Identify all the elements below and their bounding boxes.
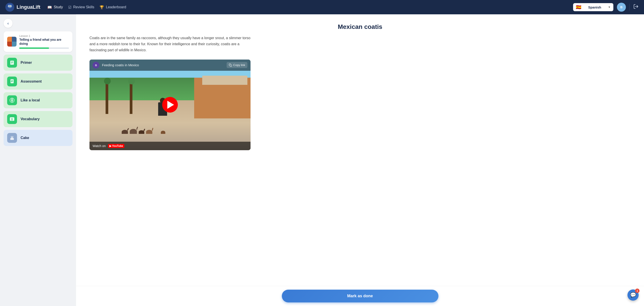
- language-selector[interactable]: 🇪🇸 Spanish ▼: [573, 3, 613, 11]
- nav-review-skills[interactable]: ☑ Review Skills: [68, 5, 94, 10]
- user-avatar[interactable]: B: [617, 3, 626, 12]
- coati-2: [130, 129, 137, 134]
- primer-icon: [7, 58, 17, 68]
- play-triangle-icon: [167, 101, 174, 109]
- channel-icon: n: [92, 62, 99, 69]
- lesson-number: Lesson 1: [19, 35, 69, 38]
- nav-item-primer[interactable]: Primer: [4, 55, 72, 71]
- copy-link-button[interactable]: Copy link: [226, 62, 248, 68]
- check-icon: ☑: [68, 5, 71, 10]
- lesson-card: Lesson 1 Telling a friend what you are d…: [4, 31, 72, 52]
- progress-bar: [19, 48, 69, 49]
- chat-badge: 1: [635, 288, 640, 293]
- chevron-down-icon: ▼: [608, 6, 611, 9]
- thumb-block-3: [7, 42, 12, 47]
- trophy-icon: 🏆: [100, 5, 104, 10]
- lesson-info: Lesson 1 Telling a friend what you are d…: [19, 35, 69, 49]
- thumb-block-1: [7, 37, 12, 42]
- back-button[interactable]: ‹: [4, 19, 12, 28]
- coati-3: [139, 130, 144, 134]
- nav-item-like-a-local[interactable]: Like a local: [4, 92, 72, 108]
- svg-rect-28: [230, 65, 232, 67]
- coati-5: [161, 131, 165, 134]
- progress-bar-fill: [19, 48, 49, 49]
- tree-top-2: [128, 78, 135, 84]
- nav-item-vocabulary[interactable]: 文 Vocabulary: [4, 111, 72, 127]
- like-a-local-icon: [7, 95, 17, 105]
- thumb-block-4: [12, 42, 16, 47]
- vocabulary-label: Vocabulary: [20, 117, 40, 121]
- yt-icon: ▶ YouTube: [108, 144, 124, 148]
- mark-done-button[interactable]: Mark as done: [282, 290, 438, 302]
- vocabulary-icon: 文: [7, 114, 17, 124]
- assessment-icon: [7, 77, 17, 86]
- thumb-block-2: [12, 37, 16, 42]
- video-top-bar: n Feeding coatis in Mexico Copy link: [90, 60, 250, 71]
- language-name: Spanish: [588, 5, 601, 9]
- coati-tail-3: [144, 129, 145, 131]
- tree-top-1: [104, 78, 111, 84]
- svg-rect-21: [11, 137, 13, 138]
- nav-item-cake[interactable]: Cake: [4, 130, 72, 146]
- svg-point-5: [10, 6, 11, 7]
- watch-on-label: Watch on: [92, 144, 106, 148]
- svg-point-1: [8, 5, 12, 8]
- tree-trunk-1: [106, 82, 108, 114]
- logout-button[interactable]: [633, 4, 639, 11]
- play-button[interactable]: [162, 97, 178, 113]
- lesson-thumbnail: [7, 37, 16, 47]
- content-title: Mexican coatis: [90, 23, 630, 31]
- avatar-initials: B: [620, 5, 622, 9]
- like-a-local-label: Like a local: [20, 98, 40, 102]
- video-title: Feeding coatis in Mexico: [102, 63, 139, 67]
- svg-point-4: [9, 6, 10, 7]
- cake-icon: [7, 133, 17, 143]
- coati-4: [146, 130, 152, 134]
- main-layout: ‹ Lesson 1 Telling a friend what you are…: [0, 14, 644, 306]
- coati-1: [122, 130, 128, 134]
- nav-right: 🇪🇸 Spanish ▼ B: [573, 3, 639, 12]
- svg-rect-9: [10, 61, 14, 65]
- nav-divider: [630, 4, 630, 11]
- logo-text: LinguaLift: [16, 4, 40, 10]
- building-roof: [202, 76, 248, 85]
- video-background: n Feeding coatis in Mexico Copy link Wat…: [90, 60, 250, 150]
- svg-text:文: 文: [11, 118, 13, 121]
- video-container[interactable]: n Feeding coatis in Mexico Copy link Wat…: [90, 60, 250, 150]
- navbar: LinguaLift 📖 Study ☑ Review Skills 🏆 Lea…: [0, 0, 644, 14]
- nav-leaderboard[interactable]: 🏆 Leaderboard: [100, 5, 126, 10]
- nav-study[interactable]: 📖 Study: [48, 5, 63, 10]
- primer-label: Primer: [20, 61, 32, 65]
- chat-icon: 💬: [630, 292, 636, 298]
- language-flag: 🇪🇸: [576, 5, 581, 10]
- lesson-title: Telling a friend what you are doing: [19, 38, 69, 46]
- nav-item-assessment[interactable]: Assessment: [4, 73, 72, 90]
- book-icon: 📖: [48, 5, 52, 10]
- mark-done-bar: Mark as done: [76, 286, 644, 306]
- content-area: Mexican coatis Coatis are in the same fa…: [76, 14, 644, 306]
- youtube-logo: ▶ YouTube: [108, 144, 124, 148]
- chevron-left-icon: ‹: [8, 21, 9, 26]
- chat-bubble[interactable]: 💬 1: [628, 289, 639, 301]
- cake-label: Cake: [20, 136, 29, 140]
- animals: [122, 129, 165, 134]
- svg-rect-13: [10, 79, 14, 83]
- video-bottom-bar: Watch on ▶ YouTube: [90, 142, 250, 150]
- sidebar: ‹ Lesson 1 Telling a friend what you are…: [0, 14, 76, 306]
- nav-links: 📖 Study ☑ Review Skills 🏆 Leaderboard: [48, 5, 566, 10]
- tree-trunk-2: [130, 82, 132, 114]
- logo[interactable]: LinguaLift: [5, 3, 40, 12]
- assessment-label: Assessment: [20, 80, 42, 84]
- svg-rect-20: [10, 138, 14, 140]
- content-description: Coatis are in the same family as raccoon…: [90, 35, 250, 53]
